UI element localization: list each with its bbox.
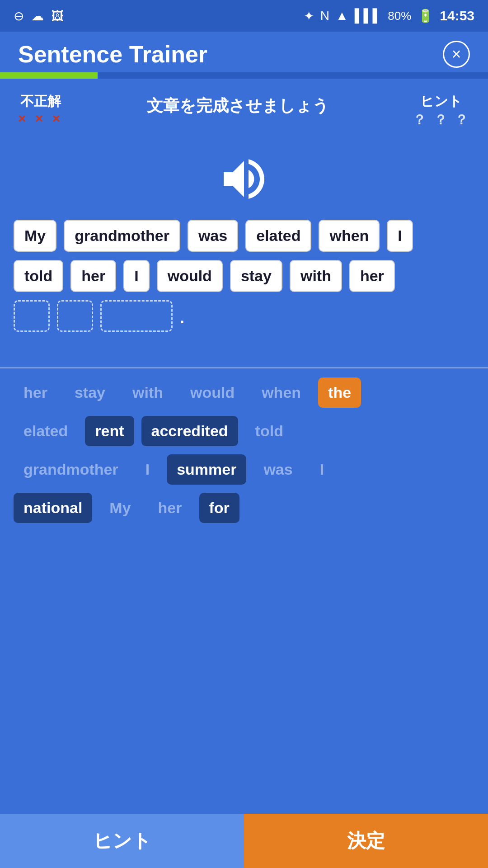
bank-tile-was[interactable]: was <box>253 454 302 485</box>
bottom-buttons: ヒント 決定 <box>0 814 488 868</box>
empty-slot-3[interactable] <box>100 300 173 332</box>
word-tile-was[interactable]: was <box>188 220 238 252</box>
progress-bar-fill <box>0 72 98 79</box>
word-tile-when[interactable]: when <box>319 220 380 252</box>
sentence-row-3: . <box>14 300 474 332</box>
app-title: Sentence Trainer <box>18 41 207 68</box>
sentence-row-2: told her I would stay with her <box>14 260 474 292</box>
clock: 14:53 <box>440 8 474 24</box>
incorrect-marks: × × × <box>18 111 63 126</box>
bank-tile-stay[interactable]: stay <box>65 377 115 408</box>
bank-tile-accredited[interactable]: accredited <box>141 416 238 446</box>
empty-slot-2[interactable] <box>57 300 93 332</box>
wifi-icon: ▲ <box>336 9 348 23</box>
bank-tile-her1[interactable]: her <box>14 377 57 408</box>
word-tile-would[interactable]: would <box>157 260 223 292</box>
bank-row-1: her stay with would when the <box>14 377 474 408</box>
bank-tile-with[interactable]: with <box>122 377 173 408</box>
app-container: Sentence Trainer × 不正解 × × × 文章を完成させましょう… <box>0 32 488 868</box>
incorrect-section: 不正解 × × × <box>18 92 63 126</box>
word-tile-told[interactable]: told <box>14 260 63 292</box>
battery-level: 80% <box>388 9 411 23</box>
hint-marks: ？ ？ ？ <box>413 111 470 129</box>
hint-section: ヒント ？ ？ ？ <box>413 92 470 129</box>
bank-tile-rent[interactable]: rent <box>85 416 134 446</box>
image-icon: 🖼 <box>51 9 64 24</box>
bank-tile-elated[interactable]: elated <box>14 416 78 446</box>
close-icon: × <box>451 45 461 64</box>
bank-tile-her2[interactable]: her <box>148 493 192 523</box>
bank-tile-would[interactable]: would <box>180 377 244 408</box>
nfc-icon: N <box>320 9 329 23</box>
upload-icon: ☁ <box>31 9 44 24</box>
incorrect-label: 不正解 <box>20 92 61 111</box>
word-tile-her2[interactable]: her <box>349 260 395 292</box>
sentence-row-1: My grandmother was elated when I <box>14 220 474 252</box>
minus-icon: ⊖ <box>14 9 24 24</box>
bank-tile-grandmother[interactable]: grandmother <box>14 454 128 485</box>
bluetooth-icon: ✦ <box>304 9 314 24</box>
app-header: Sentence Trainer × <box>0 32 488 72</box>
status-bar: ⊖ ☁ 🖼 ✦ N ▲ ▌▌▌ 80% 🔋 14:53 <box>0 0 488 32</box>
word-tile-her1[interactable]: her <box>70 260 116 292</box>
bank-row-4: national My her for <box>14 493 474 523</box>
empty-slot-1[interactable] <box>14 300 50 332</box>
bank-tile-the[interactable]: the <box>318 377 361 408</box>
confirm-button[interactable]: 決定 <box>244 814 488 868</box>
bank-tile-when[interactable]: when <box>252 377 311 408</box>
center-instruction: 文章を完成させましょう <box>147 92 329 117</box>
signal-icon: ▌▌▌ <box>355 9 382 23</box>
progress-bar-container <box>0 72 488 79</box>
word-bank: her stay with would when the elated rent… <box>0 368 488 814</box>
speaker-area[interactable] <box>0 134 488 215</box>
word-tile-i1[interactable]: I <box>387 220 413 252</box>
bank-tile-summer[interactable]: summer <box>167 454 246 485</box>
bank-tile-i1[interactable]: I <box>136 454 160 485</box>
word-tile-with[interactable]: with <box>290 260 342 292</box>
word-tile-my[interactable]: My <box>14 220 56 252</box>
hint-button[interactable]: ヒント <box>0 814 244 868</box>
bank-row-3: grandmother I summer was I <box>14 454 474 485</box>
status-right-icons: ✦ N ▲ ▌▌▌ 80% 🔋 14:53 <box>304 8 474 24</box>
word-tile-grandmother[interactable]: grandmother <box>64 220 180 252</box>
close-button[interactable]: × <box>443 41 470 68</box>
word-tile-stay[interactable]: stay <box>230 260 282 292</box>
hint-label: ヒント <box>420 92 462 111</box>
stats-row: 不正解 × × × 文章を完成させましょう ヒント ？ ？ ？ <box>0 79 488 134</box>
bank-tile-my[interactable]: My <box>99 493 141 523</box>
period: . <box>180 308 184 332</box>
status-left-icons: ⊖ ☁ 🖼 <box>14 9 64 24</box>
sentence-area: My grandmother was elated when I told he… <box>0 215 488 340</box>
bank-tile-national[interactable]: national <box>14 493 92 523</box>
bank-tile-for[interactable]: for <box>199 493 239 523</box>
bank-tile-told[interactable]: told <box>245 416 293 446</box>
word-tile-elated[interactable]: elated <box>245 220 311 252</box>
word-tile-i2[interactable]: I <box>123 260 149 292</box>
speaker-icon <box>217 152 271 206</box>
battery-icon: 🔋 <box>418 9 433 24</box>
bank-row-2: elated rent accredited told <box>14 416 474 446</box>
bank-tile-i2[interactable]: I <box>310 454 334 485</box>
